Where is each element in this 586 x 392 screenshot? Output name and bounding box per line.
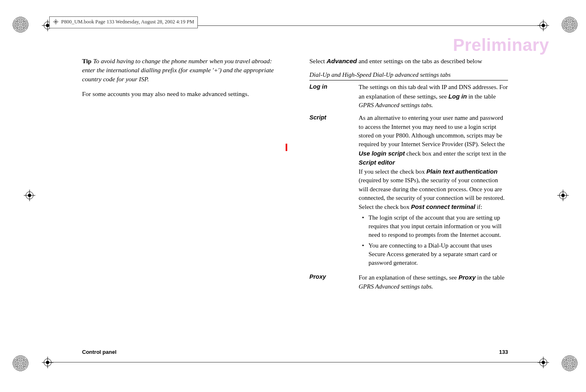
proxy-bold-ref: Proxy: [458, 274, 476, 281]
footer-page-number: 133: [499, 349, 508, 355]
watermark-preliminary: Preliminary: [453, 35, 549, 55]
script-p1-mid1: check box and enter the script text in t…: [405, 150, 506, 157]
tip-label: Tip: [82, 57, 92, 64]
row-desc-script: As an alternative to entering your user …: [359, 114, 508, 269]
table-row: Script As an alternative to entering you…: [309, 114, 508, 269]
tip-paragraph: Tip To avoid having to change the phone …: [82, 57, 281, 84]
script-p2-pre: If you select the check box: [359, 168, 426, 175]
row-label-proxy: Proxy: [309, 273, 351, 291]
page-footer: Control panel 133: [82, 349, 508, 355]
advanced-settings-note: For some accounts you may also need to m…: [82, 89, 281, 99]
table-row: Proxy For an explanation of these settin…: [309, 273, 508, 291]
svg-point-3: [46, 24, 49, 27]
proxy-text-pre: For an explanation of these settings, se…: [359, 274, 458, 281]
reg-mark-top-right: [561, 16, 578, 33]
proxy-text-mid: in the table: [476, 274, 504, 281]
reg-mark-bottom-left: [12, 355, 29, 371]
login-italic-ref: GPRS Advanced settings tabs.: [359, 102, 433, 108]
script-p1-pre: As an alternative to entering your user …: [359, 115, 505, 147]
intro-pre: Select: [309, 57, 327, 64]
script-use-login-script: Use login script: [359, 150, 405, 157]
svg-point-15: [542, 361, 545, 364]
row-desc-proxy: For an explanation of these settings, se…: [359, 273, 508, 291]
crosshair-icon: [24, 190, 35, 201]
reg-mark-top-left: [12, 16, 29, 33]
divider: [309, 80, 508, 80]
script-p2-post: (required by some ISPs), the security of…: [359, 177, 505, 201]
script-p3-pre: Select the check box: [359, 204, 411, 210]
crosshair-icon: [538, 357, 549, 368]
left-column: Tip To avoid having to change the phone …: [82, 57, 281, 347]
crosshair-icon: [53, 19, 59, 26]
svg-point-19: [28, 194, 31, 197]
script-post-connect-terminal: Post connect terminal: [411, 203, 475, 210]
svg-point-23: [561, 194, 565, 197]
svg-point-7: [542, 24, 545, 27]
footer-section-title: Control panel: [82, 349, 117, 355]
crosshair-icon: [42, 357, 53, 368]
right-column: Select Advanced and enter settings on th…: [309, 57, 508, 347]
page-body: Tip To avoid having to change the phone …: [82, 57, 508, 347]
script-editor-label: Script editor: [359, 159, 395, 166]
row-desc-login: The settings on this tab deal with IP an…: [359, 83, 508, 110]
crop-line-bottom: [47, 362, 543, 362]
tip-body: To avoid having to change the phone numb…: [82, 57, 274, 83]
book-file-header: P800_UM.book Page 133 Wednesday, August …: [49, 16, 198, 28]
login-text-mid: in the table: [467, 93, 496, 100]
book-file-header-text: P800_UM.book Page 133 Wednesday, August …: [61, 19, 194, 25]
reg-mark-bottom-right: [561, 355, 578, 371]
settings-table-title: Dial-Up and High-Speed Dial-Up advanced …: [309, 71, 508, 78]
svg-point-27: [55, 21, 57, 23]
table-row: Log in The settings on this tab deal wit…: [309, 83, 508, 110]
login-bold-ref: Log in: [449, 93, 467, 100]
script-plain-text-auth: Plain text authentication: [426, 168, 497, 175]
row-label-login: Log in: [309, 83, 351, 110]
script-conditions-list: The login script of the account that you…: [359, 213, 508, 268]
intro-paragraph: Select Advanced and enter settings on th…: [309, 57, 508, 66]
list-item: The login script of the account that you…: [364, 213, 508, 240]
intro-advanced-label: Advanced: [327, 57, 357, 64]
crosshair-icon: [557, 190, 569, 201]
script-p3-post: if:: [475, 204, 482, 210]
svg-point-11: [46, 361, 49, 364]
list-item: You are connecting to a Dial-Up account …: [364, 241, 508, 268]
crosshair-icon: [538, 20, 549, 31]
proxy-italic-ref: GPRS Advanced settings tabs.: [359, 283, 433, 290]
row-label-script: Script: [309, 114, 351, 269]
intro-post: and enter settings on the tabs as descri…: [357, 57, 482, 64]
